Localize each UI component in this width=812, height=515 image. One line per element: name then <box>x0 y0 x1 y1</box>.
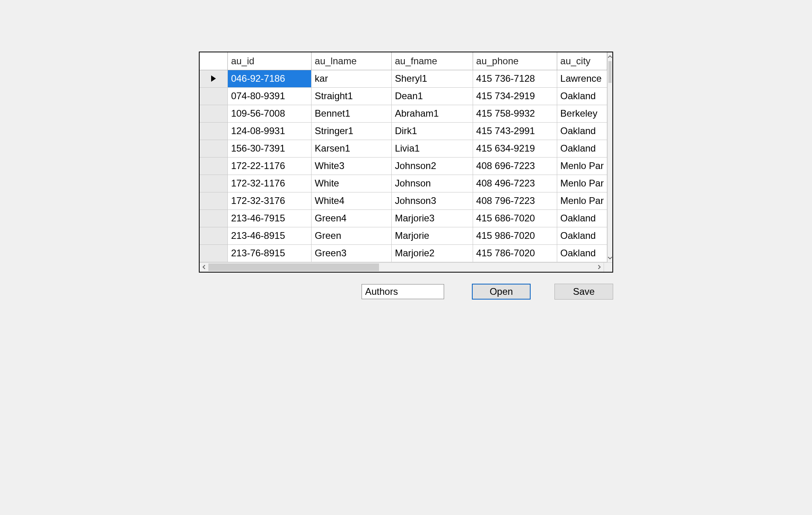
cell-au_fname[interactable]: Marjorie <box>391 227 473 244</box>
horizontal-scrollbar[interactable] <box>200 262 612 272</box>
column-header-au-id[interactable]: au_id <box>228 52 312 70</box>
row-header[interactable] <box>200 70 228 87</box>
cell-au_id[interactable]: 213-46-7915 <box>228 209 312 227</box>
table-row[interactable]: 109-56-7008Bennet1Abraham1415 758-9932Be… <box>200 105 607 122</box>
cell-au_fname[interactable]: Dean1 <box>391 87 473 105</box>
cell-au_id[interactable]: 109-56-7008 <box>228 105 312 122</box>
cell-au_id[interactable]: 172-32-3176 <box>228 192 312 209</box>
scroll-up-icon[interactable] <box>608 52 612 61</box>
cell-au_phone[interactable]: 408 696-7223 <box>473 157 557 175</box>
cell-au_city[interactable]: Menlo Par <box>557 192 607 209</box>
scroll-down-icon[interactable] <box>608 254 612 262</box>
table-row[interactable]: 172-32-3176White4Johnson3408 796-7223Men… <box>200 192 607 209</box>
cell-au_lname[interactable]: Green3 <box>312 244 392 262</box>
cell-au_city[interactable]: Lawrence <box>557 70 607 87</box>
cell-au_phone[interactable]: 415 786-7020 <box>473 244 557 262</box>
row-header[interactable] <box>200 192 228 209</box>
cell-au_lname[interactable]: Green4 <box>312 209 392 227</box>
scrollbar-track-h[interactable] <box>208 263 595 272</box>
table-row[interactable]: 046-92-7186karSheryl1415 736-7128Lawrenc… <box>200 70 607 87</box>
cell-au_fname[interactable]: Johnson <box>391 175 473 192</box>
cell-au_phone[interactable]: 415 634-9219 <box>473 140 557 157</box>
row-header[interactable] <box>200 175 228 192</box>
cell-au_fname[interactable]: Johnson3 <box>391 192 473 209</box>
row-header[interactable] <box>200 227 228 244</box>
cell-au_lname[interactable]: White <box>312 175 392 192</box>
column-header-au-fname[interactable]: au_fname <box>391 52 473 70</box>
cell-au_phone[interactable]: 415 758-9932 <box>473 105 557 122</box>
cell-au_lname[interactable]: Straight1 <box>312 87 392 105</box>
cell-au_city[interactable]: Oakland <box>557 209 607 227</box>
row-header[interactable] <box>200 157 228 175</box>
cell-au_id[interactable]: 172-32-1176 <box>228 175 312 192</box>
table-row[interactable]: 213-76-8915Green3Marjorie2415 786-7020Oa… <box>200 244 607 262</box>
cell-au_phone[interactable]: 408 796-7223 <box>473 192 557 209</box>
row-header[interactable] <box>200 105 228 122</box>
cell-au_fname[interactable]: Marjorie3 <box>391 209 473 227</box>
cell-au_phone[interactable]: 415 743-2991 <box>473 122 557 140</box>
cell-au_lname[interactable]: Karsen1 <box>312 140 392 157</box>
cell-au_id[interactable]: 213-46-8915 <box>228 227 312 244</box>
open-button[interactable]: Open <box>472 284 531 300</box>
cell-au_fname[interactable]: Marjorie2 <box>391 244 473 262</box>
cell-au_phone[interactable]: 415 686-7020 <box>473 209 557 227</box>
cell-au_city[interactable]: Menlo Par <box>557 157 607 175</box>
cell-au_lname[interactable]: White4 <box>312 192 392 209</box>
cell-au_fname[interactable]: Abraham1 <box>391 105 473 122</box>
scrollbar-thumb-h[interactable] <box>208 263 379 271</box>
row-header[interactable] <box>200 122 228 140</box>
cell-au_id[interactable]: 074-80-9391 <box>228 87 312 105</box>
cell-au_id[interactable]: 046-92-7186 <box>228 70 312 87</box>
cell-au_fname[interactable]: Johnson2 <box>391 157 473 175</box>
table-row[interactable]: 172-32-1176WhiteJohnson408 496-7223Menlo… <box>200 175 607 192</box>
cell-au_id[interactable]: 172-22-1176 <box>228 157 312 175</box>
scrollbar-corner <box>604 263 612 272</box>
cell-au_phone[interactable]: 415 736-7128 <box>473 70 557 87</box>
row-header[interactable] <box>200 140 228 157</box>
cell-au_city[interactable]: Oakland <box>557 122 607 140</box>
save-button[interactable]: Save <box>554 284 613 300</box>
cell-au_id[interactable]: 213-76-8915 <box>228 244 312 262</box>
scroll-left-icon[interactable] <box>200 263 208 272</box>
cell-au_lname[interactable]: Stringer1 <box>312 122 392 140</box>
row-header[interactable] <box>200 87 228 105</box>
table-row[interactable]: 156-30-7391Karsen1Livia1415 634-9219Oakl… <box>200 140 607 157</box>
table-row[interactable]: 213-46-7915Green4Marjorie3415 686-7020Oa… <box>200 209 607 227</box>
column-header-selector[interactable] <box>200 52 228 70</box>
cell-au_phone[interactable]: 415 734-2919 <box>473 87 557 105</box>
scroll-right-icon[interactable] <box>595 263 604 272</box>
cell-au_fname[interactable]: Dirk1 <box>391 122 473 140</box>
vertical-scrollbar[interactable] <box>607 52 612 262</box>
table-row[interactable]: 124-08-9931Stringer1Dirk1415 743-2991Oak… <box>200 122 607 140</box>
cell-au_lname[interactable]: kar <box>312 70 392 87</box>
scrollbar-thumb[interactable] <box>608 61 612 83</box>
cell-au_city[interactable]: Oakland <box>557 87 607 105</box>
cell-au_lname[interactable]: Bennet1 <box>312 105 392 122</box>
data-grid[interactable]: au_id au_lname au_fname au_phone au_city… <box>199 52 613 273</box>
cell-au_fname[interactable]: Sheryl1 <box>391 70 473 87</box>
entity-name-input[interactable] <box>362 284 444 299</box>
row-header[interactable] <box>200 244 228 262</box>
table-row[interactable]: 213-46-8915GreenMarjorie415 986-7020Oakl… <box>200 227 607 244</box>
column-header-au-lname[interactable]: au_lname <box>312 52 392 70</box>
scrollbar-track[interactable] <box>608 61 612 254</box>
data-grid-table: au_id au_lname au_fname au_phone au_city… <box>200 52 607 262</box>
cell-au_phone[interactable]: 408 496-7223 <box>473 175 557 192</box>
table-row[interactable]: 172-22-1176White3Johnson2408 696-7223Men… <box>200 157 607 175</box>
cell-au_phone[interactable]: 415 986-7020 <box>473 227 557 244</box>
cell-au_city[interactable]: Oakland <box>557 140 607 157</box>
cell-au_id[interactable]: 156-30-7391 <box>228 140 312 157</box>
column-header-au-phone[interactable]: au_phone <box>473 52 557 70</box>
cell-au_city[interactable]: Oakland <box>557 227 607 244</box>
cell-au_id[interactable]: 124-08-9931 <box>228 122 312 140</box>
column-header-au-city[interactable]: au_city <box>557 52 607 70</box>
cell-au_city[interactable]: Berkeley <box>557 105 607 122</box>
cell-au_city[interactable]: Menlo Par <box>557 175 607 192</box>
row-header[interactable] <box>200 209 228 227</box>
cell-au_lname[interactable]: White3 <box>312 157 392 175</box>
cell-au_lname[interactable]: Green <box>312 227 392 244</box>
cell-au_city[interactable]: Oakland <box>557 244 607 262</box>
footer-controls: Open Save <box>199 284 613 300</box>
cell-au_fname[interactable]: Livia1 <box>391 140 473 157</box>
table-row[interactable]: 074-80-9391Straight1Dean1415 734-2919Oak… <box>200 87 607 105</box>
